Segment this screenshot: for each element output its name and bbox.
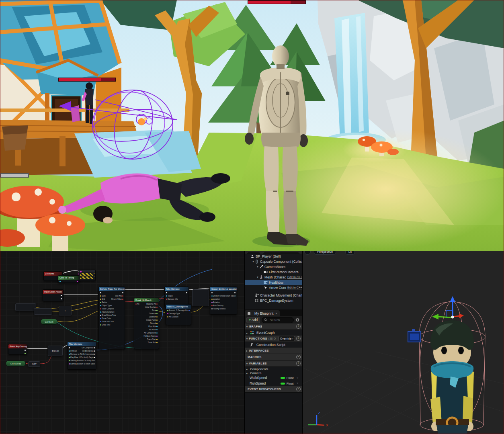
camera-billboard[interactable]	[408, 329, 421, 342]
node-disabled-node[interactable]	[79, 270, 96, 281]
component-row-arrow[interactable]: Arrow Component (Arrow)Edit in C++	[245, 285, 302, 290]
axis-x-label: X	[326, 423, 328, 427]
override-label: Override	[280, 337, 291, 340]
component-label: Healthbar	[269, 280, 284, 285]
node-branch-node[interactable]: Branch	[48, 346, 63, 356]
variable-category-camera[interactable]: ▸Camera	[245, 371, 302, 375]
edit-in-cpp-link[interactable]: Edit in C++	[287, 286, 302, 289]
node-getter-a[interactable]	[15, 303, 36, 311]
camera-icon	[264, 270, 268, 274]
node-not-node[interactable]: NOT	[28, 361, 40, 367]
components-search-clipped[interactable]	[262, 252, 300, 254]
item-label: EventGraph	[256, 331, 275, 335]
stamina-bar	[0, 173, 29, 178]
variable-name: WalkSpeed	[250, 376, 267, 380]
wire	[60, 271, 79, 274]
node-play-montage[interactable]: Play MontageOn CompletedIn MeshOn Blend …	[67, 342, 96, 370]
section-header-graphs[interactable]: ▾GRAPHS+	[245, 323, 302, 330]
visibility-icon[interactable]: ▿	[297, 376, 298, 379]
settings-gear-icon[interactable]	[295, 318, 299, 322]
blueprint-event-graph[interactable]: Event HitCast To TimingInputAction Attac…	[0, 251, 244, 434]
add-functions-icon[interactable]: +	[296, 336, 301, 341]
add-graphs-icon[interactable]: +	[296, 324, 301, 329]
add-event-dispatchers-icon[interactable]: +	[296, 387, 301, 391]
add-button-label: Add	[252, 318, 258, 322]
variable-name: RunSpeed	[250, 381, 266, 385]
section-header-event-dispatchers[interactable]: EVENT DISPATCHERS+	[245, 386, 302, 393]
node-sphere-trace[interactable]: Sphere Trace For ObjectsStartOut HitsEnd…	[98, 287, 125, 349]
node-get-isdead[interactable]: Get Is Dead	[6, 360, 26, 366]
component-label: Mesh (CharacterMesh0)	[264, 275, 286, 279]
component-row-bpc_damagesystem[interactable]: BPC_DamageSystem	[245, 298, 302, 303]
expander-icon[interactable]: ▾	[256, 276, 259, 279]
details-sidebar: BP_Player (Self)▾Capsule Component (Coll…	[244, 251, 303, 434]
component-row-firstpersoncamera[interactable]: FirstPersonCamera	[245, 269, 302, 274]
section-header-functions[interactable]: ▾FUNCTIONS(38 OVERRIDABLEOverride▾+	[245, 336, 302, 342]
expander-icon: ▸	[246, 332, 249, 334]
section-header-variables[interactable]: ▾VARIABLES+	[245, 360, 302, 367]
add-component-button-clipped[interactable]	[246, 252, 261, 254]
expander-icon[interactable]: ▸	[246, 368, 249, 371]
section-label: FUNCTIONS	[249, 337, 267, 340]
add-variables-icon[interactable]: +	[296, 361, 301, 366]
node-getter-b[interactable]	[34, 308, 52, 315]
perspective-dropdown[interactable]: Perspective	[314, 251, 336, 255]
node-evt-anydamage[interactable]: Event AnyDamage	[8, 344, 27, 354]
variable-row-runspeed[interactable]: RunSpeedFloat▿	[245, 381, 302, 386]
my-blueprint-tabbar: My Blueprint ×	[245, 309, 302, 316]
section-header-macros[interactable]: MACROS+	[245, 354, 302, 360]
capsule-icon	[255, 260, 259, 264]
component-row-character[interactable]: Character Movement (CharMoveComp)	[245, 293, 302, 298]
blueprint-preview-viewport[interactable]: X Z Perspective Lit	[303, 251, 504, 434]
variable-type-label: Float	[287, 376, 294, 380]
tab-my-blueprint[interactable]: My Blueprint ×	[245, 310, 280, 316]
override-dropdown[interactable]: Override▾	[279, 336, 295, 341]
perspective-label: Perspective	[317, 251, 333, 254]
node-set-node[interactable]	[192, 289, 209, 306]
chevron-down-icon: ▾	[246, 362, 248, 365]
expander-icon[interactable]: ▸	[246, 372, 249, 375]
add-button[interactable]: + Add	[246, 317, 260, 323]
edit-in-cpp-link[interactable]: Edit in C++	[287, 275, 302, 279]
lit-label: Lit	[348, 251, 352, 254]
section-header-interfaces[interactable]: ▸INTERFACES	[245, 348, 302, 354]
add-macros-icon[interactable]: +	[296, 355, 301, 359]
node-title: Sphere Trace For Objects	[99, 287, 125, 291]
section-label: VARIABLES	[249, 362, 267, 365]
search-input[interactable]: Search	[262, 317, 294, 323]
variable-category-components[interactable]: ▸Components	[245, 367, 302, 371]
item-eventgraph[interactable]: ▸EventGraph	[245, 330, 302, 336]
item-construction-script[interactable]: Construction Script	[245, 342, 302, 348]
event-graph-icon	[250, 331, 254, 335]
node-get-mesh[interactable]: Get Mesh	[41, 319, 57, 325]
close-tab-icon[interactable]: ×	[275, 311, 277, 315]
variable-row-walkspeed[interactable]: WalkSpeedFloat▿	[245, 375, 302, 381]
tab-label: My Blueprint	[254, 311, 273, 315]
component-row-capsule[interactable]: ▾Capsule Component (CollisionCylinder)	[245, 259, 302, 264]
expander-icon[interactable]: ▾	[252, 260, 255, 263]
component-row-mesh[interactable]: ▾Mesh (CharacterMesh0)Edit in C++	[245, 274, 302, 280]
node-make-damageinfo[interactable]: Make S_DamageInfoAmountS Damage InfoDama…	[166, 304, 191, 325]
section-count: (38 OVERRIDABLE	[268, 337, 276, 340]
lit-dropdown[interactable]: Lit	[345, 251, 355, 255]
game-preview-viewport[interactable]	[0, 0, 504, 251]
section-label: EVENT DISPATCHERS	[248, 387, 281, 391]
water	[74, 129, 201, 178]
preview-character[interactable]	[430, 320, 474, 434]
component-row-bp_player[interactable]: BP_Player (Self)	[245, 254, 302, 259]
node-break-hit[interactable]: Break Hit ResultHitBlocking HitInitial O…	[134, 298, 159, 349]
node-add-node[interactable]: +	[59, 306, 72, 315]
node-spawn-emitter[interactable]: Spawn Emitter at LocationEmitter Templat…	[210, 287, 237, 315]
component-label: Character Movement (CharMoveComp)	[260, 293, 302, 297]
visibility-icon[interactable]: ▿	[297, 382, 298, 385]
transform-gizmo[interactable]	[432, 296, 464, 319]
node-evt-attack[interactable]: InputAction Attack	[43, 289, 64, 301]
char-move-icon	[255, 293, 259, 297]
npc-health-bar	[58, 78, 116, 82]
player-health-bar	[248, 0, 306, 4]
component-row-healthbar[interactable]: Healthbar	[245, 280, 302, 285]
node-cast-node[interactable]: Cast To Timing	[58, 275, 80, 283]
component-row-cameraboom[interactable]: ▾CameraBoom	[245, 264, 302, 269]
expander-icon[interactable]: ▾	[256, 265, 259, 268]
component-label: Arrow Component (Arrow)	[269, 286, 286, 290]
